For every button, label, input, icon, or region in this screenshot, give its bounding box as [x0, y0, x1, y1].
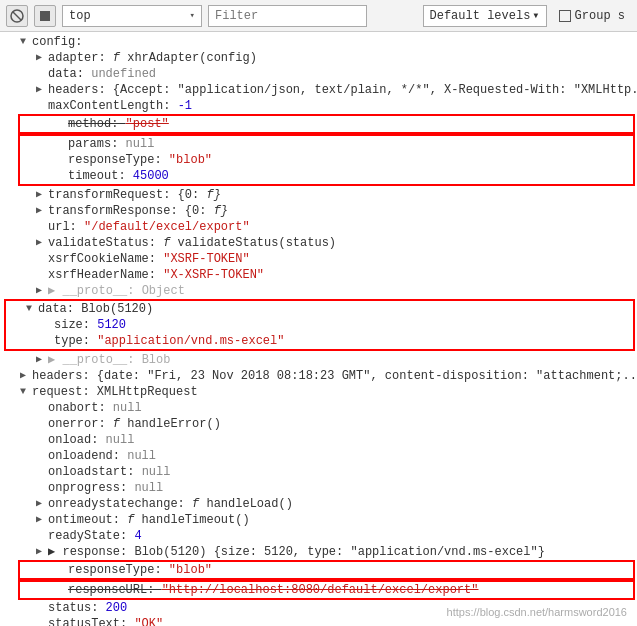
console-line: onreadystatechange: f handleLoad() [0, 496, 637, 512]
console-line: headers: {date: "Fri, 23 Nov 2018 08:18:… [0, 368, 637, 384]
default-levels-button[interactable]: Default levels ▾ [423, 5, 547, 27]
console-line: request: XMLHttpRequest [0, 384, 637, 400]
filter-input[interactable] [208, 5, 367, 27]
stop-button[interactable] [34, 5, 56, 27]
line-content: headers: {Accept: "application/json, tex… [48, 82, 637, 98]
expand-triangle[interactable] [36, 50, 48, 66]
console-line: readyState: 4 [0, 528, 637, 544]
line-content: data: undefined [48, 66, 156, 82]
line-content: onloadend: null [48, 448, 156, 464]
console-line: ▶ __proto__: Object [0, 283, 637, 299]
line-content: responseType: "blob" [68, 562, 212, 578]
expand-triangle[interactable] [36, 496, 48, 512]
line-content: onerror: f handleError() [48, 416, 221, 432]
context-value: top [69, 9, 91, 23]
console-line: onabort: null [0, 400, 637, 416]
line-content: headers: {date: "Fri, 23 Nov 2018 08:18:… [32, 368, 637, 384]
line-content: ▶ __proto__: Blob [48, 352, 170, 368]
watermark: https://blog.csdn.net/harmsword2016 [447, 606, 627, 618]
line-content: method: "post" [68, 116, 169, 132]
group-by-button[interactable]: Group s [553, 5, 631, 27]
console-line: onloadend: null [0, 448, 637, 464]
expand-triangle[interactable] [20, 368, 32, 384]
line-content: onload: null [48, 432, 134, 448]
line-content: statusText: "OK" [48, 616, 163, 626]
console-line: config: [0, 34, 637, 50]
line-content: onloadstart: null [48, 464, 170, 480]
console-line: headers: {Accept: "application/json, tex… [0, 82, 637, 98]
devtools-window: top ▾ Default levels ▾ Group s config:ad… [0, 0, 637, 626]
group-by-label: Group s [575, 9, 625, 23]
console-line: maxContentLength: -1 [0, 98, 637, 114]
console-line: ▶ response: Blob(5120) {size: 5120, type… [0, 544, 637, 560]
console-line: xsrfCookieName: "XSRF-TOKEN" [0, 251, 637, 267]
line-content: xsrfHeaderName: "X-XSRF-TOKEN" [48, 267, 264, 283]
expand-triangle[interactable] [36, 283, 48, 299]
expand-triangle[interactable] [36, 235, 48, 251]
group-by-checkbox[interactable] [559, 10, 571, 22]
svg-line-1 [13, 12, 21, 20]
line-content: onabort: null [48, 400, 142, 416]
line-content: responseURL: "http://localhost:8080/defa… [68, 582, 478, 598]
expand-triangle[interactable] [20, 384, 32, 400]
line-content: params: null [68, 136, 154, 152]
toolbar: top ▾ Default levels ▾ Group s [0, 0, 637, 32]
default-levels-label: Default levels [430, 9, 531, 23]
console-line: onprogress: null [0, 480, 637, 496]
line-content: config: [32, 34, 82, 50]
line-content: request: XMLHttpRequest [32, 384, 198, 400]
line-content: responseType: "blob" [68, 152, 212, 168]
expand-triangle[interactable] [36, 512, 48, 528]
red-highlight-box-3: responseType: "blob" [18, 560, 635, 580]
red-highlight-box-2: data: Blob(5120)size: 5120type: "applica… [4, 299, 635, 351]
expand-triangle[interactable] [26, 301, 38, 317]
line-content: timeout: 45000 [68, 168, 169, 184]
expand-triangle[interactable] [36, 187, 48, 203]
clear-console-button[interactable] [6, 5, 28, 27]
console-content: config:adapter: f xhrAdapter(config)data… [0, 32, 637, 626]
expand-triangle[interactable] [36, 203, 48, 219]
method-line-wrapper: method: "post" [18, 114, 635, 134]
console-line: responseType: "blob" [20, 152, 633, 168]
context-selector[interactable]: top ▾ [62, 5, 202, 27]
line-content: validateStatus: f validateStatus(status) [48, 235, 336, 251]
line-content: transformRequest: {0: f} [48, 187, 221, 203]
line-content: type: "application/vnd.ms-excel" [54, 333, 284, 349]
expand-triangle[interactable] [36, 82, 48, 98]
console-line: validateStatus: f validateStatus(status) [0, 235, 637, 251]
red-highlight-box-1: params: nullresponseType: "blob"timeout:… [18, 134, 635, 186]
line-content: transformResponse: {0: f} [48, 203, 228, 219]
console-line: data: Blob(5120) [6, 301, 633, 317]
console-line: adapter: f xhrAdapter(config) [0, 50, 637, 66]
line-content: maxContentLength: -1 [48, 98, 192, 114]
console-line: type: "application/vnd.ms-excel" [6, 333, 633, 349]
line-content: ontimeout: f handleTimeout() [48, 512, 250, 528]
line-content: ▶ response: Blob(5120) {size: 5120, type… [48, 544, 545, 560]
line-content: data: Blob(5120) [38, 301, 153, 317]
console-line: ▶ __proto__: Blob [0, 352, 637, 368]
expand-triangle[interactable] [20, 34, 32, 50]
console-line: onloadstart: null [0, 464, 637, 480]
line-content: ▶ __proto__: Object [48, 283, 185, 299]
svg-rect-2 [40, 11, 50, 21]
console-line: params: null [20, 136, 633, 152]
line-content: size: 5120 [54, 317, 126, 333]
line-content: adapter: f xhrAdapter(config) [48, 50, 257, 66]
line-content: xsrfCookieName: "XSRF-TOKEN" [48, 251, 250, 267]
console-line: responseType: "blob" [20, 562, 633, 578]
expand-triangle[interactable] [36, 352, 48, 368]
toolbar-right: Default levels ▾ Group s [423, 5, 631, 27]
line-content: onprogress: null [48, 480, 163, 496]
console-line: responseURL: "http://localhost:8080/defa… [20, 582, 633, 598]
console-line: method: "post" [20, 116, 633, 132]
console-line: transformRequest: {0: f} [0, 187, 637, 203]
console-line: url: "/default/excel/export" [0, 219, 637, 235]
line-content: onreadystatechange: f handleLoad() [48, 496, 293, 512]
console-line: timeout: 45000 [20, 168, 633, 184]
console-line: ontimeout: f handleTimeout() [0, 512, 637, 528]
red-highlight-box-4: responseURL: "http://localhost:8080/defa… [18, 580, 635, 600]
console-line: data: undefined [0, 66, 637, 82]
expand-triangle[interactable] [36, 544, 48, 560]
line-content: url: "/default/excel/export" [48, 219, 250, 235]
console-line: transformResponse: {0: f} [0, 203, 637, 219]
